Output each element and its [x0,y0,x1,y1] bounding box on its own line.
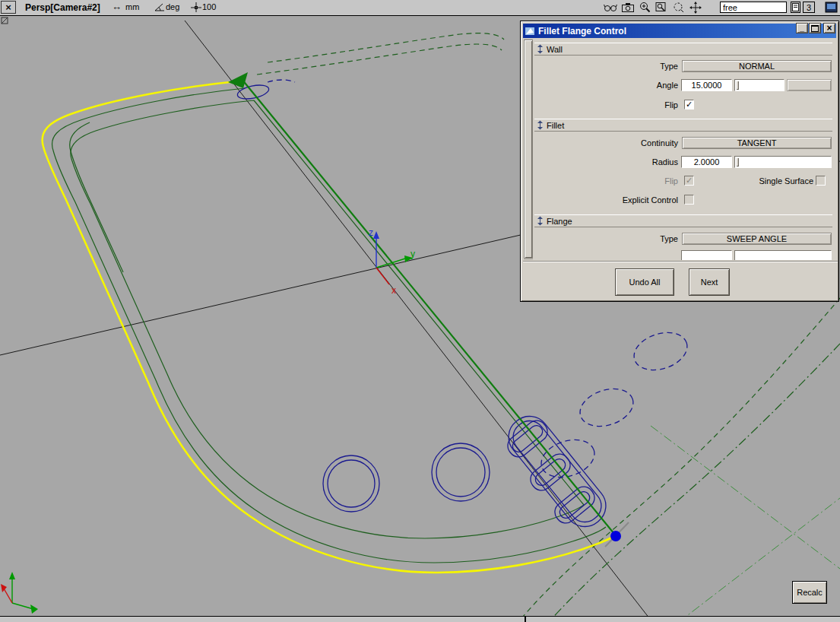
track-view-icon[interactable] [603,1,618,14]
maximize-icon[interactable] [809,23,821,33]
fillet-flange-dialog: Fillet Flange Control _ × Wall Type NORM… [520,21,839,302]
section-header-wall[interactable]: Wall [534,43,832,56]
wall-flip-row: Flip ✓ [534,99,835,111]
top-toolbar: × Persp[Camera#2] ↔ mm deg 100 3 [0,0,840,16]
radius-slider-thumb[interactable] [736,157,739,167]
close-icon[interactable]: × [823,23,835,33]
wall-type-row: Type NORMAL [534,60,835,72]
fillet-flip-row: Flip ✓ Single Surface [534,175,835,187]
single-surface-checkbox[interactable] [816,176,826,186]
angle-units-icon [152,1,167,14]
dialog-titlebar[interactable]: Fillet Flange Control [523,24,836,38]
maximize-glyph [811,25,819,32]
radius-label: Radius [534,157,678,167]
wall-flip-checkmark: ✓ [686,100,693,109]
wall-angle-slider-thumb[interactable] [736,81,739,90]
wall-angle-label: Angle [534,81,678,90]
dialog-scrollbar-thumb[interactable] [524,40,533,259]
explicit-control-label: Explicit Control [534,195,678,205]
flange-angle-input[interactable] [681,250,732,260]
wall-angle-input[interactable] [681,79,732,91]
pane-splitter-tick[interactable] [525,617,526,622]
flange-type-button[interactable]: SWEEP ANGLE [682,233,832,245]
section-toggle-icon [536,120,544,130]
section-header-flange[interactable]: Flange [534,214,832,227]
grid-size-icon [189,1,204,14]
pan-icon[interactable] [688,1,703,14]
wall-flip-checkbox[interactable]: ✓ [684,100,694,109]
minimize-icon[interactable]: _ [796,23,808,33]
explicit-control-row: Explicit Control [534,194,835,206]
grid-size-label[interactable]: 100 [202,2,216,11]
flange-type-label: Type [534,234,678,243]
flange-angle-row-clipped [534,250,835,260]
radius-row: Radius [534,156,835,168]
section-label-fillet: Fillet [547,121,564,130]
radius-input[interactable] [681,156,732,168]
continuity-button[interactable]: TANGENT [682,137,832,149]
units-arrows-icon: ↔ [112,1,122,12]
radius-slider[interactable] [734,156,832,168]
section-label-flange: Flange [547,217,572,226]
section-toggle-icon [536,44,544,54]
wall-angle-row: Angle [534,79,835,91]
dialog-separator [523,261,838,262]
undo-all-button[interactable]: Undo All [615,268,674,296]
continuity-row: Continuity TANGENT [534,137,835,149]
wall-type-button[interactable]: NORMAL [682,60,832,72]
select-circle-icon[interactable] [671,1,686,14]
wall-type-label: Type [534,62,678,71]
flange-angle-slider[interactable] [734,250,832,260]
wall-angle-slider[interactable] [734,79,785,91]
camera-view-label[interactable]: Persp[Camera#2] [25,2,100,13]
flange-type-row: Type SWEEP ANGLE [534,233,835,245]
dialog-icon [525,26,535,36]
dialog-title: Fillet Flange Control [538,26,626,36]
section-header-fillet[interactable]: Fillet [534,119,832,132]
recalc-button[interactable]: Recalc [792,581,827,604]
camera-icon[interactable] [620,1,636,14]
next-button[interactable]: Next [689,268,730,296]
axis-label-y: y [410,249,415,259]
single-surface-label: Single Surface [670,176,813,186]
wall-angle-extra-panel[interactable] [787,79,832,91]
zoom-box-icon[interactable] [655,1,670,14]
fillet-flip-label: Flip [534,176,678,186]
viewport-close-icon[interactable]: × [1,1,16,14]
section-toggle-icon [536,216,544,226]
continuity-label: Continuity [534,138,678,148]
axis-label-x: x [391,285,396,296]
section-label-wall: Wall [547,45,563,54]
angle-units-label[interactable]: deg [166,2,179,11]
units-label[interactable]: mm [125,2,139,11]
window-panel-icon[interactable] [824,1,839,14]
zoom-in-icon[interactable] [638,1,653,14]
free-mode-input[interactable] [720,2,787,13]
axis-label-z: z [369,227,373,238]
viewport-bottom-strip [0,616,840,622]
layer-count-button[interactable]: 3 [803,2,815,13]
wall-flip-label: Flip [534,100,678,109]
explicit-control-checkbox[interactable] [684,195,694,205]
page-icon[interactable] [791,2,800,13]
rail-endpoint[interactable] [610,531,621,541]
dialog-scrollbar[interactable] [524,39,533,260]
dialog-content: Wall Type NORMAL Angle Flip ✓ [534,39,835,260]
